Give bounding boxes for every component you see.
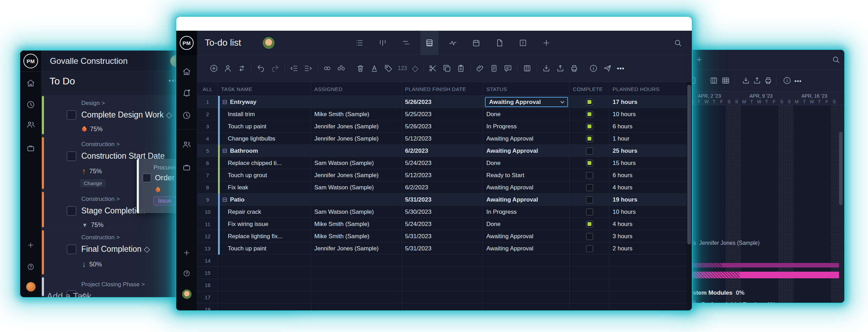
table-row[interactable]: 8Fix leakSam Watson (Sample)6/2/2023Awai… (197, 181, 687, 194)
row-number[interactable]: 4 (197, 133, 218, 145)
notifications-icon[interactable] (182, 88, 191, 97)
table-row[interactable]: 10Repair crackSam Watson (Sample)5/30/20… (197, 206, 687, 218)
cell-status[interactable]: Awaiting Approval (483, 242, 570, 255)
cell-empty[interactable] (609, 255, 687, 267)
gantt-scrollbar-thumb[interactable] (839, 132, 843, 205)
complete-checkbox[interactable] (586, 160, 593, 167)
account-avatar[interactable] (182, 289, 192, 299)
card-group-link[interactable]: Construction > (81, 196, 120, 203)
cell-complete[interactable] (570, 242, 609, 255)
cell-empty[interactable] (483, 303, 570, 310)
clock-icon[interactable] (182, 111, 191, 120)
complete-checkbox[interactable] (586, 245, 593, 252)
unlink-task-icon[interactable] (337, 64, 346, 73)
cell-assigned[interactable]: Jennifer Jones (Sample) (311, 169, 402, 181)
column-header-assigned[interactable]: ASSIGNED (311, 82, 402, 96)
cell-planned-hours[interactable]: 4 hours (609, 181, 687, 194)
row-number[interactable]: 14 (197, 255, 218, 267)
cell-planned-finish-date[interactable]: 5/30/2023 (402, 206, 483, 218)
row-number[interactable]: 18 (197, 303, 218, 310)
cell-empty[interactable] (218, 279, 311, 291)
cell-planned-finish-date[interactable]: 5/26/2023 (402, 96, 483, 108)
table-row[interactable]: 1⊟Entryway5/26/2023Awaiting Approval17 h… (197, 96, 687, 108)
row-number[interactable]: 11 (197, 218, 218, 230)
table-row[interactable]: 2Install trimMike Smith (Sample)5/25/202… (197, 108, 687, 120)
add-icon[interactable] (183, 249, 190, 257)
card-checkbox[interactable] (67, 206, 76, 216)
cell-status[interactable]: Done (483, 108, 570, 120)
undo-icon[interactable] (256, 64, 265, 73)
cell-empty[interactable] (218, 267, 311, 279)
cell-status[interactable]: Awaiting Approval (483, 230, 570, 242)
cell-planned-finish-date[interactable]: 6/2/2023 (402, 145, 483, 157)
table-row[interactable]: 13Touch up paintJennifer Jones (Sample)5… (197, 242, 687, 255)
complete-checkbox[interactable] (586, 209, 593, 216)
row-number[interactable]: 9 (197, 194, 218, 206)
cell-complete[interactable] (570, 218, 609, 230)
cell-empty[interactable] (218, 303, 311, 310)
cell-assigned[interactable]: Sam Watson (Sample) (311, 181, 402, 194)
vertical-scrollbar[interactable] (687, 82, 692, 310)
table-row[interactable]: 6Replace chipped ti...Sam Watson (Sample… (197, 157, 687, 169)
font-icon[interactable] (370, 64, 379, 73)
cell-planned-hours[interactable]: 6 hours (609, 169, 687, 181)
row-number[interactable]: 16 (197, 279, 218, 291)
cell-task-name[interactable]: Change lightbulbs (218, 133, 311, 145)
export-icon[interactable] (753, 76, 762, 85)
tab-document-view[interactable] (495, 38, 504, 47)
table-row[interactable]: 11Fix wiring issueMike Smith (Sample)5/2… (197, 218, 687, 230)
cell-task-name[interactable]: ⊟Entryway (218, 96, 311, 108)
scrollbar-thumb[interactable] (687, 85, 691, 244)
cell-planned-hours[interactable]: 15 hours (609, 157, 687, 169)
cell-task-name[interactable]: Fix wiring issue (218, 218, 311, 230)
add-icon[interactable] (27, 241, 35, 249)
more-icon[interactable]: ••• (794, 78, 802, 85)
cell-status[interactable]: Awaiting Approval (483, 133, 570, 145)
cell-planned-hours[interactable]: 10 hours (609, 108, 687, 120)
cell-task-name[interactable]: Replace lighting fix... (218, 230, 311, 242)
cell-empty[interactable] (570, 279, 609, 291)
cell-planned-hours[interactable]: 17 hours (609, 96, 687, 108)
cell-empty[interactable] (570, 291, 609, 303)
cell-status[interactable]: Done (483, 218, 570, 230)
card-checkbox[interactable] (142, 173, 151, 182)
complete-checkbox[interactable] (586, 99, 593, 106)
cell-status[interactable]: Awaiting Approval (483, 194, 570, 206)
cell-planned-finish-date[interactable]: 5/31/2023 (402, 230, 483, 242)
cell-empty[interactable] (609, 279, 687, 291)
cell-empty[interactable] (609, 303, 687, 310)
clock-icon[interactable] (26, 100, 35, 109)
cell-empty[interactable] (570, 255, 609, 267)
cell-assigned[interactable] (311, 96, 402, 108)
cell-complete[interactable] (570, 96, 609, 108)
cell-empty[interactable] (311, 291, 402, 303)
tab-alert-view[interactable] (518, 38, 527, 47)
cell-complete[interactable] (570, 120, 609, 133)
tab-calendar-view[interactable] (472, 38, 481, 47)
cell-empty[interactable] (218, 291, 311, 303)
share-icon[interactable] (603, 64, 612, 73)
table-row[interactable]: 5⊟Bathroom6/2/2023Awaiting Approval25 ho… (197, 145, 687, 157)
cell-task-name[interactable]: Touch up paint (218, 242, 311, 255)
portfolio-icon[interactable] (26, 144, 35, 153)
cell-empty[interactable] (218, 255, 311, 267)
team-icon[interactable] (26, 120, 35, 129)
card-group-link[interactable]: Design > (81, 100, 105, 107)
gantt-bar-magenta[interactable] (693, 272, 839, 278)
cell-planned-finish-date[interactable]: 5/12/2023 (402, 169, 483, 181)
collapse-icon[interactable]: ⊟ (222, 196, 227, 203)
row-number[interactable]: 5 (197, 145, 218, 157)
delete-icon[interactable] (356, 64, 365, 73)
cell-planned-finish-date[interactable]: 5/26/2023 (402, 120, 483, 133)
complete-checkbox[interactable] (586, 135, 593, 142)
cell-assigned[interactable]: Jennifer Jones (Sample) (311, 242, 402, 255)
account-avatar[interactable] (26, 282, 36, 292)
table-row[interactable]: 17 (197, 291, 687, 303)
table-row[interactable]: 14 (197, 255, 687, 267)
complete-checkbox[interactable] (586, 148, 593, 154)
cell-empty[interactable] (311, 255, 402, 267)
cell-complete[interactable] (570, 169, 609, 181)
row-number[interactable]: 13 (197, 242, 218, 255)
columns-icon[interactable] (709, 76, 718, 85)
column-header-complete[interactable]: COMPLETE (570, 82, 609, 96)
